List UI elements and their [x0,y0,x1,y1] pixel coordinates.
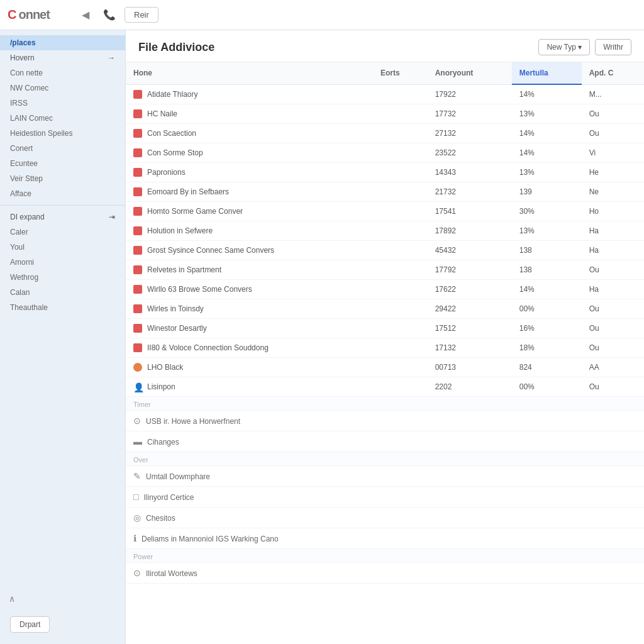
cell-name: Relvetes in Spartment [126,260,373,280]
sidebar-hovern[interactable]: Hovern → [0,50,125,65]
cell-eorts [373,338,428,358]
col-anoryount[interactable]: Anoryount [428,62,512,84]
col-hone[interactable]: Hone [126,62,373,84]
table-row[interactable]: Holution in Sefwere 17892 13% Ha [126,221,644,241]
sidebar-item-afface[interactable]: Afface [0,186,125,201]
table-row[interactable]: ⊙USB ir. Howe a Horwerfnent [126,411,644,431]
table-row[interactable]: Homto Sorme Game Conver 17541 30% Ho [126,202,644,221]
main-table: Hone Eorts Anoryount Mertulla Apd. C Ati… [126,62,644,584]
cell-eorts [373,358,428,377]
sidebar-item-amorni[interactable]: Amorni [0,255,125,270]
red-icon [133,207,142,216]
red-icon [133,129,142,138]
cell-name: Wirllo 63 Browe Some Convers [126,280,373,299]
person-icon: 👤 [133,382,142,391]
reir-tab[interactable]: Reir [125,7,158,23]
table-row[interactable]: ▬Cihanges [126,431,644,452]
table-row[interactable]: Wirllo 63 Browe Some Convers 17622 14% H… [126,280,644,299]
sidebar-item-wethrog[interactable]: Wethrog [0,270,125,285]
sidebar-item-heidestion[interactable]: Heidestion Speiles [0,126,125,141]
sidebar-item-conert[interactable]: Conert [0,141,125,156]
sidebar-item-connette[interactable]: Con nette [0,65,125,80]
sym-icon: ▬ [133,436,142,447]
sidebar-item-calan[interactable]: Calan [0,285,125,300]
cell-apdc: Ho [582,202,644,221]
cell-name: Con Sorme Stop [126,143,373,163]
sidebar-di-expand[interactable]: DI expand ⇥ [0,209,125,225]
sym-icon: □ [133,492,138,502]
cell-apdc: Ha [582,221,644,241]
col-apdc[interactable]: Apd. C [582,62,644,84]
cell-power-name: ⊙Ilirotal Wortews [126,563,644,584]
sidebar-item-ecuntee[interactable]: Ecuntee [0,156,125,171]
sidebar-expand-icon: ⇥ [109,213,115,221]
cell-eorts [373,221,428,241]
cell-anoryount: 2202 [428,377,512,397]
writhr-button[interactable]: Writhr [595,39,631,55]
back-icon[interactable]: ◀ [77,6,94,24]
new-type-button[interactable]: New Typ ▾ [538,39,590,55]
logo-rest: onnet [18,8,49,22]
sidebar-item-theauthale[interactable]: Theauthale [0,300,125,315]
sidebar-item-veirsttep[interactable]: Veir Sttep [0,171,125,186]
table-row[interactable]: ⊙Ilirotal Wortews [126,563,644,584]
red-icon [133,226,142,235]
cell-apdc: Ha [582,280,644,299]
sidebar-item-places[interactable]: /places [0,35,125,50]
cell-apdc: Vi [582,143,644,163]
cell-over-name: □Ilinyord Certice [126,487,644,508]
cell-eorts [373,182,428,202]
cell-name: Wirles in Toinsdy [126,299,373,319]
table-row[interactable]: II80 & Voloce Connection Souddong 17132 … [126,338,644,358]
col-eorts[interactable]: Eorts [373,62,428,84]
cell-mertulla: 824 [512,358,582,377]
table-row[interactable]: HC Naile 17732 13% Ou [126,104,644,124]
table-row[interactable]: Grost Sysince Connec Same Convers 45432 … [126,241,644,260]
cell-apdc: Ne [582,182,644,202]
cell-eorts [373,299,428,319]
table-row[interactable]: ◎Chesitos [126,508,644,528]
sidebar-item-laincomec[interactable]: LAIN Comec [0,111,125,126]
orange-icon [133,363,142,372]
drpart-button[interactable]: Drpart [10,616,50,633]
table-row[interactable]: LHO Black 00713 824 AA [126,358,644,377]
sidebar-item-youl[interactable]: Youl [0,240,125,255]
cell-apdc: Ou [582,377,644,397]
red-icon [133,246,142,255]
table-row[interactable]: Con Sorme Stop 23522 14% Vi [126,143,644,163]
table-row[interactable]: Con Scaection 27132 14% Ou [126,124,644,143]
cell-anoryount: 17922 [428,84,512,104]
cell-eorts [373,260,428,280]
table-row[interactable]: 👤Lisinpon 2202 00% Ou [126,377,644,397]
table-header-row: Hone Eorts Anoryount Mertulla Apd. C [126,62,644,84]
cell-anoryount: 17622 [428,280,512,299]
cell-eorts [373,84,428,104]
group-over: Over [126,452,644,466]
table-row[interactable]: □Ilinyord Certice [126,487,644,508]
table-row[interactable]: Wirles in Toinsdy 29422 00% Ou [126,299,644,319]
cell-name: Grost Sysince Connec Same Convers [126,241,373,260]
cell-name: Winestor Desartly [126,319,373,338]
sidebar-item-irss[interactable]: IRSS [0,96,125,111]
chevron-up-icon[interactable]: ∧ [9,594,15,604]
table-row[interactable]: ✎Umtall Dowmphare [126,466,644,487]
col-mertulla[interactable]: Mertulla [512,62,582,84]
cell-mertulla: 14% [512,280,582,299]
table-row[interactable]: Relvetes in Spartment 17792 138 Ou [126,260,644,280]
table-row[interactable]: Winestor Desartly 17512 16% Ou [126,319,644,338]
logo-c: C [8,8,16,22]
phone-icon[interactable]: 📞 [101,6,118,24]
table-row[interactable]: ℹDeliams in Mannoniol IGS Warking Cano [126,528,644,549]
sidebar-item-caler[interactable]: Caler [0,225,125,240]
cell-timer-name: ⊙USB ir. Howe a Horwerfnent [126,411,644,431]
table-row[interactable]: Papronions 14343 13% He [126,163,644,182]
cell-apdc: Ou [582,124,644,143]
table-row[interactable]: Eomoard By in Sefbaers 21732 139 Ne [126,182,644,202]
table-row[interactable]: Atidate Thlaory 17922 14% M... [126,84,644,104]
cell-apdc: He [582,163,644,182]
sidebar-item-nwcomec[interactable]: NW Comec [0,80,125,96]
cell-mertulla: 138 [512,241,582,260]
cell-apdc: Ha [582,241,644,260]
cell-name: HC Naile [126,104,373,124]
cell-apdc: M... [582,84,644,104]
